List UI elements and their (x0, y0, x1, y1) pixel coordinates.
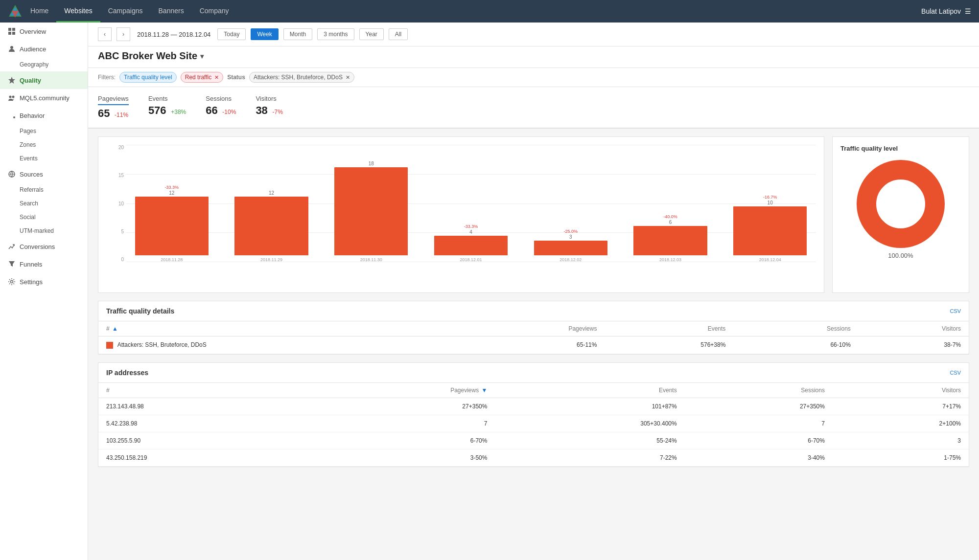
filter-red-traffic-close[interactable]: ✕ (214, 74, 219, 81)
next-period-button[interactable]: › (117, 27, 130, 41)
person-icon (8, 45, 16, 53)
bar-group: -33.3%42018.12.01 (425, 145, 517, 262)
traffic-quality-table: # ▲ Pageviews Events Sessions Visitors A… (98, 321, 969, 354)
sidebar-item-conversions[interactable]: Conversions (0, 238, 88, 255)
metric-sessions[interactable]: Sessions 66 -10% (206, 95, 236, 120)
bar[interactable] (234, 197, 308, 255)
svg-point-14 (11, 281, 13, 283)
bar-value-label: 18 (369, 161, 374, 166)
metric-sessions-change: -10% (222, 109, 236, 115)
y-label-5: 5 (106, 229, 126, 234)
row-name: Attackers: SSH, Bruteforce, DDoS (117, 341, 207, 348)
ip-cell: 103.255.5.90 (98, 432, 304, 449)
metric-pageviews-change: -11% (115, 112, 128, 118)
sidebar-item-search[interactable]: Search (0, 197, 88, 210)
y-label-10: 10 (106, 201, 126, 206)
prev-period-button[interactable]: ‹ (98, 27, 112, 41)
period-year-button[interactable]: Year (359, 28, 384, 40)
filter-attackers[interactable]: Attackers: SSH, Bruteforce, DDoS ✕ (249, 72, 354, 83)
ip-events: 55-24% (495, 432, 684, 449)
user-menu-icon[interactable]: ☰ (965, 7, 971, 15)
metric-visitors[interactable]: Visitors 38 -7% (256, 95, 282, 120)
bar-group: -40.0%62018.12.03 (625, 145, 717, 262)
bar[interactable] (633, 226, 707, 255)
nav-websites[interactable]: Websites (56, 0, 100, 22)
sidebar-item-pages[interactable]: Pages (0, 124, 88, 138)
period-3months-button[interactable]: 3 months (317, 28, 354, 40)
bar-group: 182018.11.30 (325, 145, 417, 262)
traffic-quality-table-header-row: # ▲ Pageviews Events Sessions Visitors (98, 321, 969, 336)
bar-change-label: -25.0% (563, 229, 578, 234)
sidebar-item-settings[interactable]: Settings (0, 273, 88, 291)
sidebar-item-audience[interactable]: Audience (0, 40, 88, 58)
period-month-button[interactable]: Month (283, 28, 312, 40)
traffic-quality-csv-link[interactable]: CSV (950, 308, 961, 314)
sidebar-pages-label: Pages (20, 128, 36, 134)
filter-red-traffic[interactable]: Red traffic ✕ (181, 72, 223, 83)
ip-sessions: 6-70% (685, 432, 833, 449)
sidebar-item-utm[interactable]: UTM-marked (0, 224, 88, 238)
vi-change: -7% (951, 341, 961, 348)
period-week-button[interactable]: Week (251, 28, 278, 40)
bar[interactable] (733, 206, 807, 255)
date-header: ‹ › 2018.11.28 — 2018.12.04 Today Week M… (88, 22, 979, 46)
metric-events[interactable]: Events 576 +38% (148, 95, 186, 120)
metric-events-change: +38% (171, 109, 186, 115)
sidebar-item-funnels[interactable]: Funnels (0, 255, 88, 273)
period-today-button[interactable]: Today (217, 28, 246, 40)
filter-attackers-close[interactable]: ✕ (346, 74, 350, 81)
bar[interactable] (434, 236, 508, 255)
traffic-quality-table-title: Traffic quality details (106, 307, 174, 315)
charts-area: 0 5 10 15 20 -33.3%122 (88, 129, 979, 301)
site-dropdown-arrow[interactable]: ▾ (200, 52, 204, 60)
ip-table-header: IP addresses CSV (98, 363, 969, 383)
period-all-button[interactable]: All (389, 28, 408, 40)
donut-chart-svg (857, 160, 945, 248)
nav-home[interactable]: Home (23, 0, 56, 22)
th-visitors: Visitors (859, 321, 969, 336)
sidebar-utm-label: UTM-marked (20, 227, 54, 234)
sidebar-item-behavior[interactable]: Behavior (0, 107, 88, 124)
sidebar-item-mql5[interactable]: MQL5.community (0, 89, 88, 107)
nav-items: Home Websites Campaigns Banners Company (23, 0, 921, 22)
sidebar-conversions-label: Conversions (20, 243, 55, 250)
bar-change-label: -33.3% (165, 185, 179, 190)
bar[interactable] (534, 241, 607, 255)
ip-pageviews: 6-70% (304, 432, 495, 449)
sidebar-item-quality[interactable]: Quality (0, 71, 88, 89)
sidebar-sources-label: Sources (20, 171, 43, 178)
sidebar-audience-label: Audience (20, 45, 46, 53)
sidebar-item-referrals[interactable]: Referrals (0, 183, 88, 197)
sidebar-overview-label: Overview (20, 28, 46, 35)
sidebar-item-social[interactable]: Social (0, 210, 88, 224)
ip-table: # Pageviews ▼ Events Sessions Visitors 2… (98, 383, 969, 467)
metric-pageviews[interactable]: Pageviews 65 -11% (98, 95, 129, 120)
bar[interactable] (334, 167, 408, 255)
row-name-cell: Attackers: SSH, Bruteforce, DDoS (98, 336, 465, 354)
ip-table-section: IP addresses CSV # Pageviews ▼ Events Se… (98, 362, 969, 467)
sidebar-item-overview[interactable]: Overview (0, 22, 88, 40)
ip-csv-link[interactable]: CSV (950, 370, 961, 376)
nav-banners[interactable]: Banners (151, 0, 192, 22)
site-title: ABC Broker Web Site ▾ (98, 50, 969, 62)
sidebar-quality-label: Quality (20, 77, 41, 84)
ip-th-visitors: Visitors (833, 383, 969, 398)
sort-icon: ▲ (112, 325, 118, 332)
nav-company[interactable]: Company (192, 0, 237, 22)
row-events: 576+38% (605, 336, 733, 354)
filter-traffic-quality[interactable]: Traffic quality level (119, 72, 177, 83)
ip-th-sessions: Sessions (685, 383, 833, 398)
filter-attackers-text: Attackers: SSH, Bruteforce, DDoS (254, 74, 343, 81)
nav-campaigns[interactable]: Campaigns (100, 0, 151, 22)
ip-sessions: 3-40% (685, 449, 833, 466)
sidebar-item-events[interactable]: Events (0, 152, 88, 165)
sidebar-item-geography[interactable]: Geography (0, 58, 88, 71)
bar-chart-container: 0 5 10 15 20 -33.3%122 (106, 145, 816, 282)
bar[interactable] (135, 197, 209, 255)
sidebar-item-zones[interactable]: Zones (0, 138, 88, 152)
bar-date-label: 2018.11.30 (360, 257, 382, 262)
sidebar-item-sources[interactable]: Sources (0, 165, 88, 183)
ip-th-hash: # (98, 383, 304, 398)
ip-se-change: +350% (806, 403, 825, 410)
sidebar-funnels-label: Funnels (20, 261, 42, 268)
